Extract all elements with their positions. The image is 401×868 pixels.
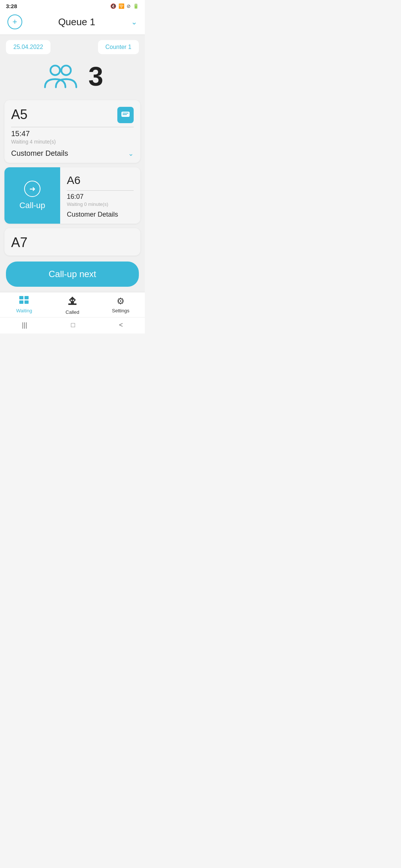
customer-details-chevron-a5: ⌄ bbox=[128, 149, 134, 158]
date-badge[interactable]: 25.04.2022 bbox=[6, 40, 50, 54]
arrow-right-icon: ➜ bbox=[29, 184, 36, 193]
queue-card-a6: A6 16:07 Waiting 0 minute(s) Customer De… bbox=[60, 167, 140, 224]
battery-icon: 🔋 bbox=[133, 3, 139, 9]
a6-customer-details: Customer Details bbox=[67, 211, 134, 218]
queue-card-a7: A7 bbox=[4, 228, 140, 256]
counter-badge[interactable]: Counter 1 bbox=[98, 40, 139, 54]
svg-rect-8 bbox=[25, 300, 29, 304]
divider-a6 bbox=[67, 190, 134, 191]
svg-marker-10 bbox=[69, 297, 76, 300]
svg-rect-12 bbox=[68, 303, 76, 305]
people-icon bbox=[42, 62, 82, 91]
callup-button[interactable]: ➜ Call-up bbox=[4, 167, 60, 224]
nav-item-settings[interactable]: ⚙ Settings bbox=[106, 296, 136, 315]
ticket-a5: A5 bbox=[11, 107, 27, 122]
people-section: 3 bbox=[0, 58, 145, 98]
callup-next-button[interactable]: Call-up next bbox=[6, 262, 139, 287]
ticket-a7: A7 bbox=[11, 235, 27, 250]
a6-time: 16:07 bbox=[67, 193, 84, 200]
people-svg bbox=[42, 62, 82, 91]
callup-label: Call-up bbox=[19, 201, 45, 210]
callup-arrow-icon: ➜ bbox=[24, 181, 40, 197]
customer-details-label-a5: Customer Details bbox=[11, 149, 68, 158]
divider bbox=[11, 127, 134, 127]
settings-icon: ⚙ bbox=[117, 296, 125, 306]
blocked-icon: ⊘ bbox=[127, 3, 131, 9]
svg-rect-6 bbox=[25, 296, 29, 299]
bottom-nav: Waiting Called ⚙ Settings bbox=[0, 292, 145, 317]
waiting-icon bbox=[19, 296, 29, 306]
add-button[interactable]: + bbox=[7, 14, 22, 29]
date-counter-bar: 25.04.2022 Counter 1 bbox=[0, 35, 145, 58]
queue-card-header: A5 bbox=[11, 107, 134, 123]
nav-item-called[interactable]: Called bbox=[58, 296, 87, 315]
customer-details-row-a5[interactable]: Customer Details ⌄ bbox=[11, 149, 134, 158]
waiting-label: Waiting bbox=[16, 308, 32, 313]
a6-waiting: Waiting 0 minute(s) bbox=[67, 201, 134, 207]
status-bar: 3:28 🔇 🛜 ⊘ 🔋 bbox=[0, 0, 145, 11]
main-content: 25.04.2022 Counter 1 3 A5 bbox=[0, 35, 145, 292]
people-count: 3 bbox=[88, 63, 103, 90]
app-header: + Queue 1 ⌄ bbox=[0, 11, 145, 35]
svg-rect-5 bbox=[19, 296, 23, 299]
svg-rect-7 bbox=[19, 300, 23, 304]
chat-button-a5[interactable] bbox=[117, 107, 134, 123]
page-title: Queue 1 bbox=[58, 16, 95, 28]
settings-label: Settings bbox=[112, 308, 130, 313]
android-home-button[interactable]: □ bbox=[71, 321, 75, 329]
queue-card-a5: A5 15:47 Waiting 4 minute(s) Customer De… bbox=[4, 100, 140, 163]
android-nav-bar: ||| □ < bbox=[0, 317, 145, 333]
chat-icon bbox=[121, 111, 130, 119]
wifi-icon: 🛜 bbox=[118, 3, 124, 9]
queue-dropdown-chevron[interactable]: ⌄ bbox=[131, 17, 137, 26]
a5-time: 15:47 bbox=[11, 129, 30, 138]
android-recent-button[interactable]: ||| bbox=[22, 321, 27, 329]
a5-waiting: Waiting 4 minute(s) bbox=[11, 139, 134, 145]
svg-point-1 bbox=[61, 66, 71, 75]
mute-icon: 🔇 bbox=[110, 3, 116, 9]
nav-item-waiting[interactable]: Waiting bbox=[9, 296, 39, 315]
called-icon bbox=[68, 296, 77, 308]
status-time: 3:28 bbox=[6, 3, 17, 9]
callup-a6-row: ➜ Call-up A6 16:07 Waiting 0 minute(s) C… bbox=[4, 167, 140, 224]
called-label: Called bbox=[66, 309, 79, 315]
status-icons: 🔇 🛜 ⊘ 🔋 bbox=[110, 3, 139, 9]
android-back-button[interactable]: < bbox=[119, 321, 123, 329]
ticket-a6: A6 bbox=[67, 174, 81, 186]
svg-point-0 bbox=[50, 66, 60, 75]
